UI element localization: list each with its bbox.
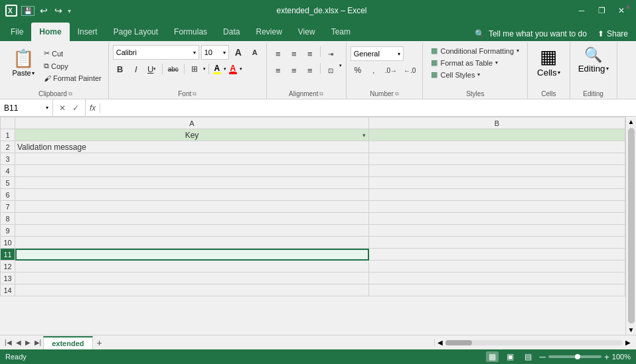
cells-button[interactable]: ▦ Cells ▾ (532, 45, 566, 80)
cell-A13[interactable] (15, 273, 369, 284)
undo-button[interactable]: ↩ (39, 5, 49, 16)
cell-B6[interactable] (369, 189, 625, 201)
tab-formulas[interactable]: Formulas (166, 23, 215, 41)
copy-button[interactable]: ⧉ Copy (41, 60, 104, 72)
restore-button[interactable]: ❐ (592, 3, 611, 19)
ribbon-collapse-button[interactable]: ▲ (620, 0, 636, 12)
h-scroll-track[interactable] (445, 340, 623, 345)
tab-view[interactable]: View (290, 23, 323, 41)
italic-button[interactable]: I (129, 62, 143, 76)
page-layout-view-button[interactable]: ▣ (504, 351, 517, 362)
share-button[interactable]: ⬆ Share (592, 27, 633, 41)
cell-A1[interactable]: Key▾ (15, 129, 369, 141)
zoom-slider[interactable] (548, 355, 601, 358)
row-number-13[interactable]: 13 (1, 273, 15, 284)
strikethrough-button[interactable]: abc (165, 62, 181, 76)
cell-B14[interactable] (369, 284, 625, 296)
percent-button[interactable]: % (351, 63, 365, 78)
number-expand-icon[interactable]: ⧉ (395, 91, 399, 97)
add-sheet-button[interactable]: + (93, 337, 106, 348)
sheet-nav-last[interactable]: ▶| (33, 339, 44, 346)
underline-button[interactable]: U ▾ (145, 62, 159, 76)
align-center-button[interactable]: ≡ (287, 63, 301, 78)
cell-A4[interactable] (15, 165, 369, 177)
zoom-out-button[interactable]: ─ (540, 352, 546, 362)
row-number-9[interactable]: 9 (1, 225, 15, 237)
cell-A9[interactable] (15, 225, 369, 237)
tab-file[interactable]: File (3, 23, 31, 41)
vertical-scrollbar[interactable]: ▲ ▼ (625, 117, 636, 335)
merge-arrow[interactable]: ▾ (339, 63, 342, 78)
font-name-selector[interactable]: Calibri ▾ (113, 45, 199, 60)
cell-A10[interactable] (15, 237, 369, 249)
search-bar[interactable]: 🔍 Tell me what you want to do (469, 27, 592, 41)
sheet-nav-next[interactable]: ▶ (23, 339, 33, 346)
col-header-A[interactable]: A (15, 117, 369, 129)
cell-B3[interactable] (369, 153, 625, 165)
comma-button[interactable]: , (366, 63, 381, 78)
cell-B12[interactable] (369, 261, 625, 273)
align-right-button[interactable]: ≡ (303, 63, 317, 78)
cell-A3[interactable] (15, 153, 369, 165)
font-color-button[interactable]: A (228, 64, 238, 75)
scroll-left-button[interactable]: ◀ (437, 339, 443, 346)
cell-styles-button[interactable]: ▦ Cell Styles ▾ (427, 69, 523, 80)
v-scroll-thumb[interactable] (628, 128, 635, 324)
cell-B11[interactable] (369, 249, 625, 261)
redo-button[interactable]: ↪ (53, 5, 64, 16)
minimize-button[interactable]: ─ (572, 3, 591, 19)
increase-decimal-button[interactable]: .0→ (382, 63, 400, 78)
format-as-table-button[interactable]: ▦ Format as Table ▾ (427, 57, 523, 68)
tab-review[interactable]: Review (248, 23, 289, 41)
corner-cell[interactable] (1, 117, 15, 129)
fill-color-arrow[interactable]: ▾ (224, 66, 226, 72)
border-arrow[interactable]: ▾ (203, 66, 206, 72)
font-expand-icon[interactable]: ⧉ (193, 91, 197, 97)
cell-B4[interactable] (369, 165, 625, 177)
row-number-11[interactable]: 11 (1, 249, 15, 261)
cell-B9[interactable] (369, 225, 625, 237)
cell-A8[interactable] (15, 213, 369, 225)
tab-home[interactable]: Home (31, 23, 69, 41)
font-size-selector[interactable]: 10 ▾ (201, 45, 229, 60)
row-number-14[interactable]: 14 (1, 284, 15, 296)
alignment-expand-icon[interactable]: ⧉ (319, 91, 323, 97)
cell-A5[interactable] (15, 177, 369, 189)
horizontal-scrollbar[interactable]: ◀ ▶ (434, 339, 633, 346)
align-top-center-button[interactable]: ≡ (287, 46, 301, 61)
bold-button[interactable]: B (113, 62, 127, 76)
scroll-down-button[interactable]: ▼ (627, 325, 636, 335)
scroll-right-button[interactable]: ▶ (625, 339, 631, 346)
cut-button[interactable]: ✂ Cut (41, 48, 104, 59)
cell-A2[interactable]: Validation message (15, 141, 369, 153)
border-button[interactable]: ⊞ (187, 62, 202, 76)
sheet-nav-prev[interactable]: ◀ (14, 339, 23, 346)
cell-B7[interactable] (369, 201, 625, 213)
editing-button[interactable]: 🔍 Editing ▾ (574, 45, 613, 76)
conditional-formatting-button[interactable]: ▦ Conditional Formatting ▾ (427, 45, 523, 56)
cell-B1[interactable] (369, 129, 625, 141)
align-left-button[interactable]: ≡ (271, 63, 285, 78)
cell-reference-box[interactable]: B11 ▾ (0, 99, 53, 116)
formula-cancel-button[interactable]: ✕ (57, 103, 68, 113)
clipboard-expand-icon[interactable]: ⧉ (68, 91, 72, 97)
page-break-view-button[interactable]: ▤ (522, 351, 534, 362)
cell-A7[interactable] (15, 201, 369, 213)
col-header-B[interactable]: B (369, 117, 625, 129)
cell-A11[interactable] (15, 249, 369, 261)
paste-button[interactable]: 📋 Paste ▾ (7, 45, 40, 80)
row-number-4[interactable]: 4 (1, 165, 15, 177)
scroll-up-button[interactable]: ▲ (627, 117, 636, 127)
tab-data[interactable]: Data (215, 23, 248, 41)
formula-confirm-button[interactable]: ✓ (70, 103, 81, 113)
tab-insert[interactable]: Insert (70, 23, 106, 41)
row-number-8[interactable]: 8 (1, 213, 15, 225)
h-scroll-thumb[interactable] (445, 340, 472, 345)
align-top-left-button[interactable]: ≡ (271, 46, 285, 61)
row-number-12[interactable]: 12 (1, 261, 15, 273)
sheet-tab-extended[interactable]: extended (43, 336, 92, 349)
cell-A12[interactable] (15, 261, 369, 273)
row-number-3[interactable]: 3 (1, 153, 15, 165)
decrease-decimal-button[interactable]: ←.0 (401, 63, 418, 78)
row-number-10[interactable]: 10 (1, 237, 15, 249)
